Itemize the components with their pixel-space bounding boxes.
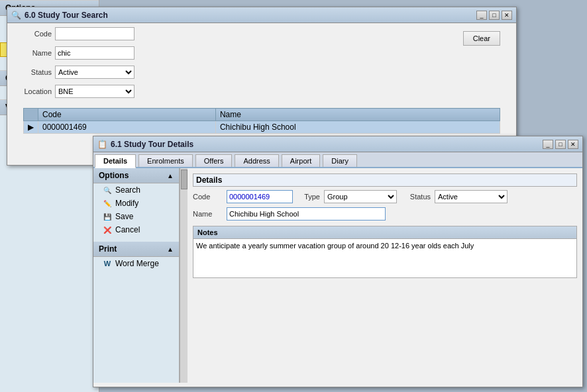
details-window: 📋 6.1 Study Tour Details _ □ ✕ Details E… [93, 136, 583, 387]
details-code-label: Code [193, 193, 223, 201]
details-type-label: Type [297, 193, 320, 201]
maximize-button[interactable]: □ [489, 11, 500, 20]
inner-modify-icon: ✏️ [103, 199, 112, 208]
details-close-button[interactable]: ✕ [568, 140, 578, 149]
inner-options-collapse-icon: ▲ [167, 172, 174, 179]
inner-print-collapse-icon: ▲ [167, 246, 174, 253]
inner-save-icon: 💾 [103, 212, 112, 221]
search-window-icon: 🔍 [11, 11, 21, 20]
code-input[interactable] [55, 27, 134, 40]
code-label: Code [15, 30, 52, 38]
name-input[interactable] [55, 46, 134, 60]
details-content: Details Code Type Group Individual Statu… [187, 168, 582, 383]
word-merge-icon: W [103, 259, 112, 268]
location-select[interactable]: BNE SYD MEL [55, 85, 134, 98]
status-row: Status Active Inactive All [15, 66, 134, 79]
inner-cancel-icon: ❌ [103, 225, 112, 234]
inner-options-header[interactable]: Options ▲ [93, 168, 179, 183]
details-code-row: Code Type Group Individual Status Active… [193, 190, 577, 203]
details-code-input[interactable] [227, 190, 293, 203]
tab-address[interactable]: Address [235, 154, 278, 167]
inner-item-search[interactable]: 🔍 Search [93, 183, 179, 197]
notes-label: Notes [193, 226, 577, 239]
notes-section: Notes We anticipate a yearly summer vaca… [193, 226, 577, 278]
tab-airport[interactable]: Airport [282, 154, 320, 167]
notes-content[interactable]: We anticipate a yearly summer vacation g… [193, 238, 577, 278]
details-name-row: Name [193, 207, 577, 220]
row-indicator-header [24, 109, 38, 121]
details-minimize-button[interactable]: _ [543, 140, 553, 149]
clear-button[interactable]: Clear [463, 31, 500, 46]
name-label: Name [15, 49, 52, 57]
location-row: Location BNE SYD MEL [15, 85, 134, 98]
details-name-input[interactable] [227, 207, 386, 220]
status-select[interactable]: Active Inactive All [55, 66, 134, 79]
inner-print-header[interactable]: Print ▲ [93, 242, 179, 257]
name-row: Name [15, 46, 134, 60]
search-window-controls: _ □ ✕ [476, 11, 512, 20]
details-type-select[interactable]: Group Individual [324, 190, 397, 203]
tab-diary[interactable]: Diary [323, 154, 357, 167]
details-window-titlebar: 📋 6.1 Study Tour Details _ □ ✕ [93, 136, 582, 152]
inner-item-modify[interactable]: ✏️ Modify [93, 197, 179, 210]
result-code-cell: 0000001469 [38, 121, 216, 134]
scroll-thumb[interactable] [181, 170, 187, 189]
inner-search-icon: 🔍 [103, 185, 112, 195]
tab-offers[interactable]: Offers [195, 154, 233, 167]
row-indicator-cell: ▶ [24, 121, 38, 134]
details-maximize-button[interactable]: □ [555, 140, 566, 149]
inner-scrollbar[interactable] [180, 168, 187, 383]
details-name-label: Name [193, 210, 223, 218]
inner-options-panel: Options ▲ 🔍 Search ✏️ Modify 💾 Save ❌ Ca… [93, 168, 180, 383]
minimize-button[interactable]: _ [476, 11, 487, 20]
search-form: Code Name Status Active Inactive All [7, 23, 516, 105]
inner-item-cancel[interactable]: ❌ Cancel [93, 223, 179, 236]
details-section-label: Details [193, 173, 577, 187]
close-button[interactable]: ✕ [502, 11, 512, 20]
details-status-select[interactable]: Active Inactive [435, 190, 507, 203]
tab-enrolments[interactable]: Enrolments [138, 154, 193, 167]
name-column-header: Name [215, 109, 500, 121]
details-window-icon: 📋 [97, 140, 107, 149]
search-window-titlebar: 🔍 6.0 Study Tour Search _ □ ✕ [7, 7, 516, 23]
table-row[interactable]: ▶ 0000001469 Chichibu High School [24, 121, 500, 134]
location-label: Location [15, 87, 52, 95]
code-column-header: Code [38, 109, 216, 121]
results-table: Code Name ▶ 0000001469 Chichibu High Sch… [23, 108, 500, 134]
status-label: Status [15, 68, 52, 76]
inner-item-word-merge[interactable]: W Word Merge [93, 257, 179, 270]
result-name-cell: Chichibu High School [215, 121, 500, 134]
inner-item-save[interactable]: 💾 Save [93, 210, 179, 223]
details-status-label: Status [401, 193, 431, 201]
code-row: Code [15, 27, 134, 40]
tab-details[interactable]: Details [95, 154, 136, 168]
details-tab-bar: Details Enrolments Offers Address Airpor… [93, 152, 582, 168]
details-window-controls: _ □ ✕ [543, 140, 578, 149]
